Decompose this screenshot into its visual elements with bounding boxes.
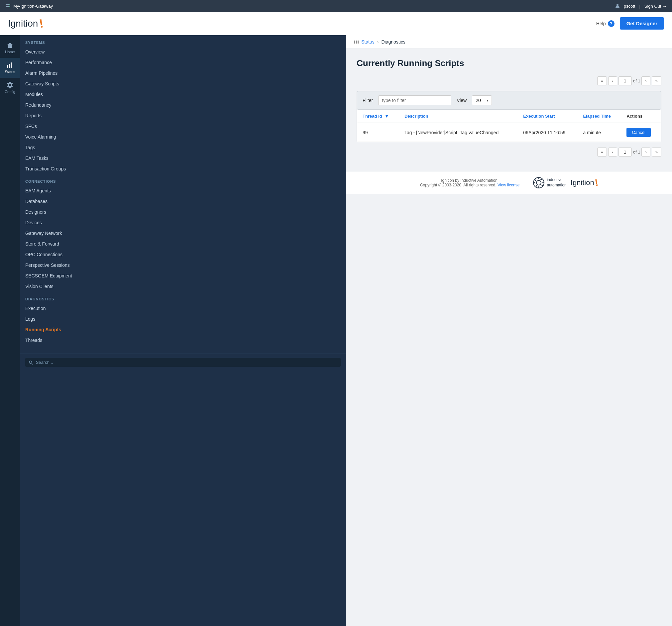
page-number-bottom[interactable] bbox=[619, 147, 632, 156]
sidebar-item-gateway-network[interactable]: Gateway Network bbox=[20, 228, 346, 239]
view-select[interactable]: 10 20 50 100 bbox=[472, 95, 492, 105]
col-execution-start-label: Execution Start bbox=[523, 114, 555, 119]
sidebar-item-store-forward[interactable]: Store & Forward bbox=[20, 239, 346, 249]
col-elapsed-time-label: Elapsed Time bbox=[583, 114, 611, 119]
sidebar-item-overview[interactable]: Overview bbox=[20, 47, 346, 57]
cell-description: Tag - [NewProvider]Script_Tag.valueChang… bbox=[399, 123, 518, 142]
sidebar-item-modules[interactable]: Modules bbox=[20, 89, 346, 100]
page-title: Currently Running Scripts bbox=[357, 58, 662, 69]
page-first-top[interactable]: « bbox=[597, 76, 607, 86]
sidebar-item-voice-alarming[interactable]: Voice Alarming bbox=[20, 131, 346, 142]
header: Ignition! Help ? Get Designer bbox=[0, 12, 672, 35]
sidebar-item-alarm-pipelines[interactable]: Alarm Pipelines bbox=[20, 68, 346, 78]
filter-label: Filter bbox=[363, 98, 373, 103]
sidebar-item-threads[interactable]: Threads bbox=[20, 335, 346, 345]
page-last-bottom[interactable]: » bbox=[652, 147, 662, 156]
help-label: Help bbox=[596, 21, 606, 26]
filter-input[interactable] bbox=[378, 95, 451, 105]
sidebar-item-gateway-scripts[interactable]: Gateway Scripts bbox=[20, 78, 346, 89]
content-area: Status › Diagnostics Currently Running S… bbox=[346, 35, 672, 626]
view-license-link[interactable]: View license bbox=[498, 183, 520, 187]
sidebar-item-reports[interactable]: Reports bbox=[20, 110, 346, 121]
col-thread-id-label: Thread Id bbox=[363, 114, 382, 119]
sidebar-item-performance[interactable]: Performance bbox=[20, 57, 346, 68]
sidebar-item-sfcs[interactable]: SFCs bbox=[20, 121, 346, 131]
svg-rect-11 bbox=[356, 41, 357, 44]
svg-point-2 bbox=[9, 4, 10, 5]
page-last-top[interactable]: » bbox=[652, 76, 662, 86]
sidebar-item-tags[interactable]: Tags bbox=[20, 142, 346, 153]
sidebar-item-eam-agents[interactable]: EAM Agents bbox=[20, 186, 346, 196]
svg-rect-21 bbox=[540, 179, 542, 181]
logo: Ignition! bbox=[8, 17, 43, 30]
diagnostics-section-label: DIAGNOSTICS bbox=[20, 292, 346, 303]
sidebar-search-input[interactable] bbox=[36, 360, 337, 365]
footer-copyright: Ignition by Inductive Automation. bbox=[420, 178, 520, 183]
nav-icon-status-label: Status bbox=[5, 70, 15, 74]
page-next-bottom[interactable]: › bbox=[642, 147, 650, 156]
sidebar-item-redundancy[interactable]: Redundancy bbox=[20, 100, 346, 110]
sidebar-item-logs[interactable]: Logs bbox=[20, 314, 346, 324]
help-button[interactable]: Help ? bbox=[596, 20, 615, 27]
status-icon bbox=[7, 62, 13, 69]
breadcrumb: Status › Diagnostics bbox=[346, 35, 672, 49]
page-prev-bottom[interactable]: ‹ bbox=[608, 147, 617, 156]
footer-ignition-logo: Ignition! bbox=[571, 177, 598, 188]
get-designer-button[interactable]: Get Designer bbox=[620, 17, 664, 29]
sidebar-search-container bbox=[20, 354, 346, 371]
page-of-bottom: of 1 bbox=[633, 149, 641, 154]
logo-slash: ! bbox=[38, 16, 45, 30]
pagination-top: « ‹ of 1 › » bbox=[357, 76, 662, 86]
nav-icon-config[interactable]: Config bbox=[0, 78, 20, 98]
help-icon: ? bbox=[608, 20, 615, 27]
col-elapsed-time[interactable]: Elapsed Time bbox=[578, 110, 621, 123]
svg-rect-17 bbox=[533, 183, 535, 184]
page-number-top[interactable] bbox=[619, 76, 632, 86]
svg-rect-18 bbox=[543, 183, 544, 184]
view-select-wrapper: 10 20 50 100 bbox=[472, 95, 492, 105]
sidebar-item-eam-tasks[interactable]: EAM Tasks bbox=[20, 153, 346, 164]
cell-elapsed-time: a minute bbox=[578, 123, 621, 142]
sidebar-item-running-scripts[interactable]: Running Scripts bbox=[20, 324, 346, 335]
col-description[interactable]: Description bbox=[399, 110, 518, 123]
inductive-text: inductive automation bbox=[547, 177, 566, 188]
sidebar-item-designers[interactable]: Designers bbox=[20, 207, 346, 217]
svg-rect-7 bbox=[10, 63, 11, 68]
svg-rect-12 bbox=[358, 41, 359, 44]
svg-rect-15 bbox=[538, 177, 539, 179]
sidebar-item-devices[interactable]: Devices bbox=[20, 217, 346, 228]
footer-rights: Copyright © 2003-2020. All rights reserv… bbox=[420, 183, 520, 187]
user-icon bbox=[615, 4, 620, 8]
breadcrumb-status-link[interactable]: Status bbox=[361, 39, 375, 45]
sidebar-item-vision-clients[interactable]: Vision Clients bbox=[20, 281, 346, 292]
cancel-script-button[interactable]: Cancel bbox=[626, 128, 650, 137]
breadcrumb-current: Diagnostics bbox=[381, 39, 405, 45]
sidebar-item-transaction-groups[interactable]: Transaction Groups bbox=[20, 164, 346, 174]
col-description-label: Description bbox=[405, 114, 428, 119]
main-layout: Home Status Config SYSTEMS Overview Perf… bbox=[0, 35, 672, 626]
page-first-bottom[interactable]: « bbox=[597, 147, 607, 156]
page-prev-top[interactable]: ‹ bbox=[608, 76, 617, 86]
cell-actions: Cancel bbox=[621, 123, 661, 142]
nav-icon-config-label: Config bbox=[5, 90, 15, 94]
sidebar-item-opc-connections[interactable]: OPC Connections bbox=[20, 249, 346, 260]
page-next-top[interactable]: › bbox=[642, 76, 650, 86]
footer: Ignition by Inductive Automation. Copyri… bbox=[346, 171, 672, 194]
svg-line-9 bbox=[31, 363, 32, 364]
col-thread-id[interactable]: Thread Id ▼ bbox=[357, 110, 399, 123]
sidebar-search bbox=[20, 354, 346, 371]
col-execution-start[interactable]: Execution Start bbox=[518, 110, 578, 123]
svg-rect-6 bbox=[9, 64, 10, 68]
page-content: Currently Running Scripts « ‹ of 1 › » F… bbox=[346, 49, 672, 171]
nav-icon-status[interactable]: Status bbox=[0, 58, 20, 78]
sidebar-item-execution[interactable]: Execution bbox=[20, 303, 346, 314]
sort-icon: ▼ bbox=[385, 114, 389, 119]
nav-icon-home[interactable]: Home bbox=[0, 38, 20, 58]
table-wrapper: Filter View 10 20 50 100 bbox=[357, 91, 662, 142]
sidebar-item-databases[interactable]: Databases bbox=[20, 196, 346, 207]
sidebar-item-secsgem-equipment[interactable]: SECSGEM Equipment bbox=[20, 270, 346, 281]
view-label: View bbox=[457, 98, 466, 103]
sidebar-item-perspective-sessions[interactable]: Perspective Sessions bbox=[20, 260, 346, 270]
signout-link[interactable]: Sign Out → bbox=[644, 4, 667, 9]
col-actions-label: Actions bbox=[626, 114, 642, 119]
